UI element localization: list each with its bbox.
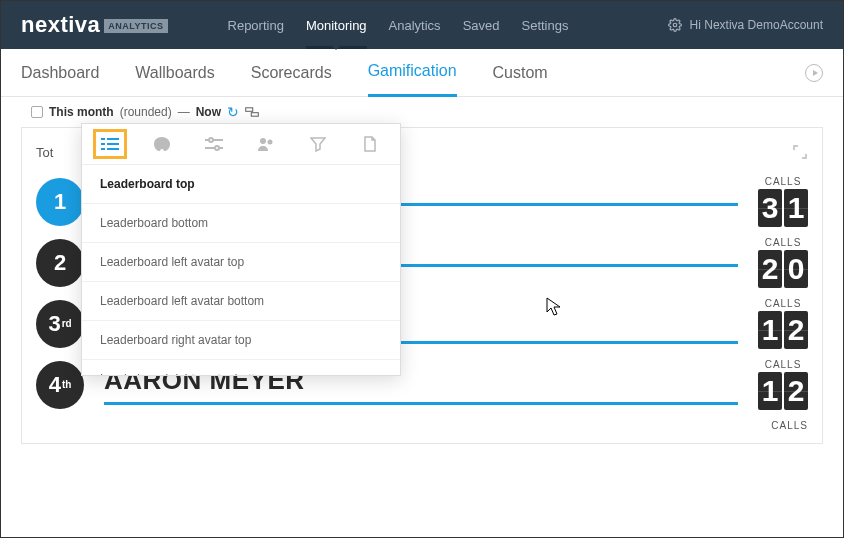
sub-nav: Dashboard Wallboards Scorecards Gamifica… — [1, 49, 843, 97]
digit: 1 — [784, 189, 808, 227]
nav-reporting[interactable]: Reporting — [228, 1, 284, 49]
svg-point-14 — [268, 140, 273, 145]
panel-title: Tot — [36, 145, 53, 160]
users-icon[interactable] — [256, 136, 276, 152]
brand-badge: ANALYTICS — [104, 19, 167, 33]
svg-point-13 — [260, 138, 266, 144]
svg-point-12 — [215, 146, 219, 150]
date-range-end[interactable]: Now — [196, 105, 221, 119]
score-value: 31 — [758, 189, 808, 227]
digit: 3 — [758, 189, 782, 227]
tab-custom[interactable]: Custom — [493, 49, 548, 97]
svg-point-10 — [209, 138, 213, 142]
filter-icon[interactable] — [308, 136, 328, 152]
layout-option[interactable]: Leaderboard bottom — [82, 204, 400, 243]
digit: 0 — [784, 250, 808, 288]
svg-rect-1 — [246, 108, 253, 112]
expand-icon[interactable] — [792, 144, 808, 160]
leaderboard-row: CALLS — [36, 420, 808, 433]
score-label: CALLS — [758, 298, 808, 309]
brand-text: nextiva — [21, 12, 100, 37]
document-icon[interactable] — [360, 136, 380, 152]
score-block: CALLS — [771, 420, 808, 433]
play-icon[interactable] — [805, 64, 823, 82]
layout-option[interactable]: Leaderboard right avatar bottom — [82, 360, 400, 375]
score-label: CALLS — [771, 420, 808, 431]
popover-tabs — [82, 124, 400, 165]
digit: 2 — [784, 311, 808, 349]
brand-logo: nextivaANALYTICS — [21, 12, 168, 38]
score-block: CALLS12 — [758, 359, 808, 410]
nav-analytics[interactable]: Analytics — [389, 1, 441, 49]
svg-rect-2 — [251, 113, 258, 117]
score-block: CALLS31 — [758, 176, 808, 227]
digit: 2 — [758, 250, 782, 288]
rank-badge: 2 — [36, 239, 84, 287]
score-value: 12 — [758, 311, 808, 349]
score-label: CALLS — [758, 359, 808, 370]
nav-monitoring[interactable]: Monitoring — [306, 1, 367, 49]
tab-wallboards[interactable]: Wallboards — [135, 49, 214, 97]
layout-icon[interactable] — [100, 136, 120, 152]
date-sep: — — [178, 105, 190, 119]
nav-saved[interactable]: Saved — [463, 1, 500, 49]
app-header: nextivaANALYTICS Reporting Monitoring An… — [1, 1, 843, 49]
score-block: CALLS20 — [758, 237, 808, 288]
gear-icon — [668, 18, 682, 32]
calendar-icon[interactable] — [31, 106, 43, 118]
layout-selector-popover: Leaderboard topLeaderboard bottomLeaderb… — [81, 123, 401, 376]
tab-scorecards[interactable]: Scorecards — [251, 49, 332, 97]
score-block: CALLS12 — [758, 298, 808, 349]
user-greeting-text: Hi Nextiva DemoAccount — [690, 18, 823, 32]
score-label: CALLS — [758, 237, 808, 248]
rank-badge: 1 — [36, 178, 84, 226]
rank-badge: 3rd — [36, 300, 84, 348]
nav-settings[interactable]: Settings — [522, 1, 569, 49]
digit: 1 — [758, 372, 782, 410]
digit: 2 — [784, 372, 808, 410]
subnav-right — [805, 64, 823, 82]
top-nav: Reporting Monitoring Analytics Saved Set… — [228, 1, 569, 49]
date-range-start[interactable]: This month — [49, 105, 114, 119]
score-value: 12 — [758, 372, 808, 410]
sliders-icon[interactable] — [204, 136, 224, 152]
layout-option[interactable]: Leaderboard top — [82, 165, 400, 204]
score-value: 20 — [758, 250, 808, 288]
header-user[interactable]: Hi Nextiva DemoAccount — [668, 18, 823, 32]
tab-gamification[interactable]: Gamification — [368, 49, 457, 97]
row-underline — [104, 402, 738, 405]
layout-option[interactable]: Leaderboard left avatar top — [82, 243, 400, 282]
layout-option[interactable]: Leaderboard right avatar top — [82, 321, 400, 360]
palette-icon[interactable] — [152, 136, 172, 152]
digit: 1 — [758, 311, 782, 349]
date-range-suffix: (rounded) — [120, 105, 172, 119]
score-label: CALLS — [758, 176, 808, 187]
layout-option[interactable]: Leaderboard left avatar bottom — [82, 282, 400, 321]
tab-dashboard[interactable]: Dashboard — [21, 49, 99, 97]
svg-point-0 — [673, 23, 677, 27]
layout-options-list[interactable]: Leaderboard topLeaderboard bottomLeaderb… — [82, 165, 400, 375]
compare-icon[interactable] — [245, 107, 259, 117]
rank-badge: 4th — [36, 361, 84, 409]
refresh-icon[interactable]: ↻ — [227, 104, 239, 120]
